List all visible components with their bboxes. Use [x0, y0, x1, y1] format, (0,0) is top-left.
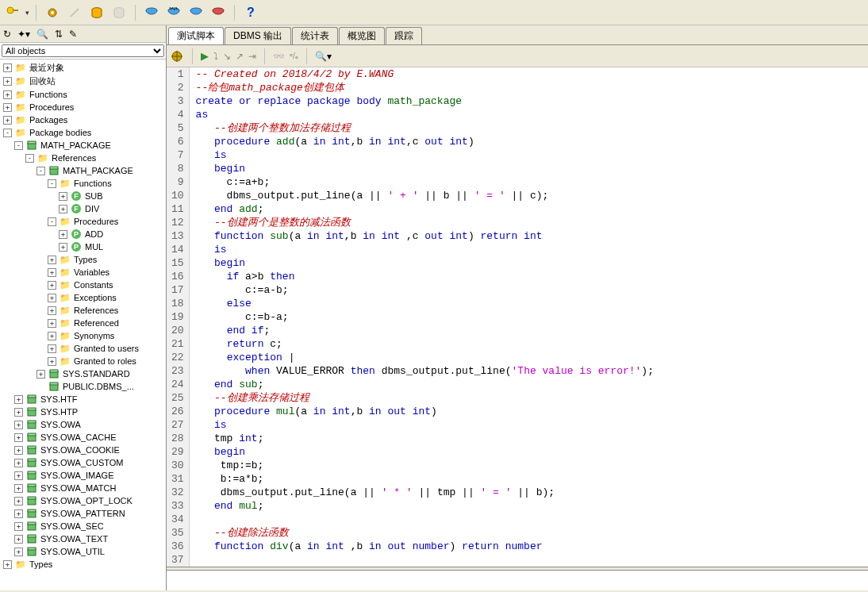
tree-node[interactable]: +📁Variables	[0, 266, 166, 279]
tree-node[interactable]: +PADD	[0, 228, 166, 240]
tree-toggle-icon[interactable]: +	[3, 90, 12, 99]
tree-toggle-icon[interactable]: +	[14, 522, 23, 531]
tree-node[interactable]: +SYS.OWA_IMAGE	[0, 469, 166, 482]
tree-toggle-icon[interactable]: +	[14, 446, 23, 455]
tree-toggle-icon[interactable]: +	[48, 357, 56, 366]
tree-node[interactable]: +📁Granted to users	[0, 342, 166, 355]
step-over-icon[interactable]: ⤵	[213, 51, 218, 62]
tree-node[interactable]: +SYS.OWA_CUSTOM	[0, 456, 166, 469]
tree-toggle-icon[interactable]: +	[3, 63, 12, 72]
tree-toggle-icon[interactable]: +	[59, 192, 67, 201]
tree-toggle-icon[interactable]: +	[48, 256, 56, 264]
code-editor[interactable]: 1234567891011121314151617181920212223242…	[167, 67, 868, 567]
debug-icon[interactable]	[170, 49, 184, 63]
tree-toggle-icon[interactable]: +	[48, 332, 56, 340]
tree-node[interactable]: +📁Packages	[0, 113, 166, 126]
binoculars-icon[interactable]: 🔍	[36, 29, 48, 40]
run-icon[interactable]: ▶	[201, 50, 209, 62]
sort-icon[interactable]: ⇅	[55, 29, 63, 40]
tree-toggle-icon[interactable]: +	[14, 548, 23, 556]
tree-node[interactable]: +PMUL	[0, 240, 166, 253]
tree-toggle-icon[interactable]: +	[59, 243, 67, 252]
tree-node[interactable]: +SYS.OWA_SEC	[0, 520, 166, 532]
tree-toggle-icon[interactable]: +	[3, 103, 12, 112]
tree-node[interactable]: +📁Types	[0, 558, 166, 571]
tree-toggle-icon[interactable]: +	[3, 116, 12, 125]
wand-icon[interactable]	[65, 3, 84, 22]
tree-toggle-icon[interactable]: +	[3, 560, 12, 569]
tree-node[interactable]: +SYS.STANDARD	[0, 367, 166, 380]
tree-toggle-icon[interactable]: +	[48, 268, 56, 277]
tree-node[interactable]: +SYS.HTF	[0, 393, 166, 406]
tree-toggle-icon[interactable]: +	[48, 344, 56, 353]
tree-node[interactable]: +📁回收站	[0, 75, 166, 88]
tree-toggle-icon[interactable]: +	[3, 77, 12, 86]
tree-toggle-icon[interactable]: +	[14, 484, 23, 493]
step-out-icon[interactable]: ↗	[236, 51, 244, 62]
gear-icon[interactable]	[43, 3, 62, 22]
tree-toggle-icon[interactable]: -	[36, 167, 45, 175]
tree-toggle-icon[interactable]: +	[48, 281, 56, 290]
tree-toggle-icon[interactable]: -	[48, 179, 56, 188]
tree-toggle-icon[interactable]: +	[48, 294, 56, 302]
help-icon[interactable]: ?	[241, 3, 260, 22]
refresh-icon[interactable]: ↻	[3, 29, 11, 40]
run-to-icon[interactable]: ⇥	[248, 51, 256, 62]
db-icon-2[interactable]	[109, 3, 129, 22]
key-icon[interactable]	[3, 3, 22, 22]
tree-toggle-icon[interactable]: +	[14, 471, 23, 480]
tree-toggle-icon[interactable]: -	[3, 129, 12, 137]
tree-toggle-icon[interactable]: +	[48, 306, 56, 315]
tree-toggle-icon[interactable]: +	[14, 395, 23, 404]
tree-toggle-icon[interactable]: +	[14, 535, 23, 544]
db-icon-1[interactable]	[87, 3, 106, 22]
tree-toggle-icon[interactable]: +	[14, 433, 23, 442]
tree-node[interactable]: +SYS.OWA_TEXT	[0, 532, 166, 545]
tree-node[interactable]: +SYS.OWA_COOKIE	[0, 444, 166, 456]
tree-toggle-icon[interactable]: -	[48, 217, 56, 226]
tree-node[interactable]: +📁Granted to roles	[0, 355, 166, 367]
tree-node[interactable]: +📁Referenced	[0, 317, 166, 329]
object-filter-select[interactable]: All objects	[2, 44, 164, 57]
tree-toggle-icon[interactable]: +	[14, 509, 23, 518]
tree-node[interactable]: +SYS.HTP	[0, 406, 166, 418]
tab-统计表[interactable]: 统计表	[292, 27, 338, 44]
tree-node[interactable]: +📁Synonyms	[0, 329, 166, 342]
tree-node[interactable]: +SYS.OWA_PATTERN	[0, 507, 166, 520]
bowl-icon-1[interactable]	[142, 3, 161, 22]
tree-node[interactable]: -📁Procedures	[0, 215, 166, 228]
tree-node[interactable]: -📁References	[0, 152, 166, 164]
tree-toggle-icon[interactable]: +	[36, 370, 45, 379]
tree-node[interactable]: +📁Procedures	[0, 101, 166, 113]
tree-node[interactable]: +SYS.OWA_MATCH	[0, 482, 166, 494]
tree-node[interactable]: +SYS.OWA_CACHE	[0, 431, 166, 444]
vars-icon[interactable]: ᵒ/ₒ	[290, 52, 298, 60]
tree-toggle-icon[interactable]: +	[14, 408, 23, 417]
tab-DBMS 输出[interactable]: DBMS 输出	[225, 27, 291, 44]
tree-node[interactable]: -📁Functions	[0, 177, 166, 190]
tree-node[interactable]: +FSUB	[0, 190, 166, 202]
tree-node[interactable]: +📁Constants	[0, 279, 166, 291]
bowl-icon-2[interactable]: SQL	[164, 3, 183, 22]
tree-toggle-icon[interactable]: +	[48, 319, 56, 328]
tree-node[interactable]: +SYS.OWA	[0, 418, 166, 431]
tree-node[interactable]: +SYS.OWA_OPT_LOCK	[0, 494, 166, 507]
tools-icon[interactable]: ✦▾	[17, 29, 30, 40]
tree-node[interactable]: -MATH_PACKAGE	[0, 164, 166, 177]
tree-node[interactable]: -MATH_PACKAGE	[0, 139, 166, 152]
tab-测试脚本[interactable]: 测试脚本	[168, 27, 224, 44]
tree-node[interactable]: -📁Package bodies	[0, 126, 166, 139]
tree-toggle-icon[interactable]: -	[25, 154, 34, 163]
bowl-icon-3[interactable]	[186, 3, 205, 22]
tree-toggle-icon[interactable]: +	[59, 230, 67, 239]
tree-node[interactable]: +📁最近对象	[0, 61, 166, 75]
bowl-icon-4[interactable]	[209, 3, 228, 22]
step-into-icon[interactable]: ↘	[223, 51, 231, 62]
tree-toggle-icon[interactable]: +	[59, 205, 67, 213]
tree-toggle-icon[interactable]: +	[14, 421, 23, 429]
tree-toggle-icon[interactable]: +	[14, 459, 23, 467]
tree-node[interactable]: +📁Exceptions	[0, 291, 166, 304]
tree-node[interactable]: +FDIV	[0, 202, 166, 215]
tree-node[interactable]: +📁References	[0, 304, 166, 317]
tree-toggle-icon[interactable]: -	[14, 141, 23, 150]
